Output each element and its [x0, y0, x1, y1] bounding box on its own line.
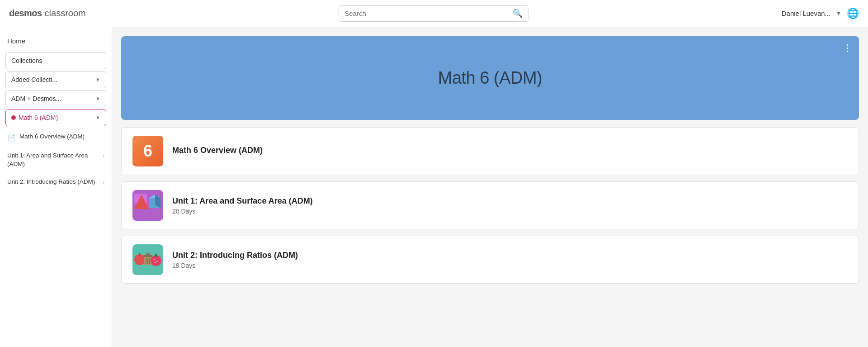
- sidebar-added-collection-btn[interactable]: Added Collecti... ▼: [5, 71, 106, 88]
- svg-rect-16: [155, 254, 157, 257]
- sidebar-item-unit1[interactable]: Unit 1: Area and Surface Area (ADM) ›: [0, 147, 112, 173]
- hero-title: Math 6 (ADM): [438, 68, 542, 88]
- card-title-unit1: Unit 1: Area and Surface Area (ADM): [172, 196, 848, 206]
- card-title-overview: Math 6 Overview (ADM): [172, 146, 848, 155]
- hero-banner: Math 6 (ADM) ⋮: [121, 36, 859, 120]
- svg-point-19: [155, 262, 156, 263]
- svg-point-17: [154, 259, 155, 261]
- card-subtitle-unit2: 18 Days: [172, 262, 848, 269]
- math6-dot: [11, 115, 16, 120]
- math6-label: Math 6 (ADM): [19, 114, 94, 121]
- card-info-overview: Math 6 Overview (ADM): [172, 146, 848, 157]
- adm-desmos-label: ADM + Desmos...: [11, 95, 94, 102]
- main-content: Math 6 (ADM) ⋮ 6 Math 6 Overview (ADM): [112, 27, 868, 347]
- added-collection-label: Added Collecti...: [11, 76, 94, 83]
- layout: Home Collections Added Collecti... ▼ ADM…: [0, 27, 868, 347]
- card-overview[interactable]: 6 Math 6 Overview (ADM): [121, 127, 859, 175]
- svg-rect-8: [139, 253, 140, 256]
- card-unit2[interactable]: Unit 2: Introducing Ratios (ADM) 18 Days: [121, 236, 859, 284]
- logo-desmos: desmos: [9, 8, 42, 19]
- collections-label: Collections: [11, 57, 100, 64]
- card-info-unit1: Unit 1: Area and Surface Area (ADM) 20 D…: [172, 196, 848, 215]
- card-thumb-unit1: [132, 190, 163, 221]
- card-thumb-overview: 6: [132, 136, 163, 166]
- adm-desmos-caret: ▼: [95, 96, 100, 101]
- unit2-chevron: ›: [103, 178, 104, 186]
- card-thumb-unit2: [132, 244, 163, 275]
- math6-caret: ▼: [95, 115, 100, 120]
- hero-menu-button[interactable]: ⋮: [843, 43, 852, 53]
- sidebar-adm-desmos-btn[interactable]: ADM + Desmos... ▼: [5, 90, 106, 107]
- card-info-unit2: Unit 2: Introducing Ratios (ADM) 18 Days: [172, 251, 848, 269]
- sidebar-collections-btn[interactable]: Collections: [5, 52, 106, 69]
- overview-nav-label: Math 6 Overview (ADM): [19, 133, 104, 141]
- globe-icon[interactable]: 🌐: [847, 8, 859, 19]
- unit2-nav-label: Unit 2: Introducing Ratios (ADM): [7, 178, 101, 186]
- search-button[interactable]: 🔍: [513, 9, 523, 19]
- logo-area: desmos classroom: [9, 8, 86, 19]
- unit1-nav-label: Unit 1: Area and Surface Area (ADM): [7, 152, 101, 169]
- topnav: desmos classroom 🔍 Daniel Luevan... ▼ 🌐: [0, 0, 868, 27]
- logo-classroom: classroom: [45, 8, 86, 19]
- document-icon: 📄: [7, 133, 16, 143]
- sidebar-math6-btn[interactable]: Math 6 (ADM) ▼: [5, 109, 106, 126]
- user-name: Daniel Luevan...: [782, 10, 830, 17]
- added-collection-caret: ▼: [95, 77, 100, 82]
- unit1-chevron: ›: [103, 152, 104, 160]
- svg-rect-11: [146, 253, 150, 256]
- search-bar: 🔍: [339, 5, 528, 22]
- card-subtitle-unit1: 20 Days: [172, 208, 848, 215]
- sidebar: Home Collections Added Collecti... ▼ ADM…: [0, 27, 112, 347]
- card-unit1[interactable]: Unit 1: Area and Surface Area (ADM) 20 D…: [121, 181, 859, 229]
- sidebar-item-unit2[interactable]: Unit 2: Introducing Ratios (ADM) ›: [0, 173, 112, 191]
- search-input[interactable]: [344, 10, 513, 17]
- svg-point-18: [156, 261, 158, 262]
- sidebar-home-label: Home: [0, 34, 112, 50]
- sidebar-item-overview[interactable]: 📄 Math 6 Overview (ADM): [0, 128, 112, 147]
- user-area: Daniel Luevan... ▼ 🌐: [782, 8, 859, 19]
- card-title-unit2: Unit 2: Introducing Ratios (ADM): [172, 251, 848, 260]
- user-dropdown-arrow[interactable]: ▼: [836, 10, 841, 17]
